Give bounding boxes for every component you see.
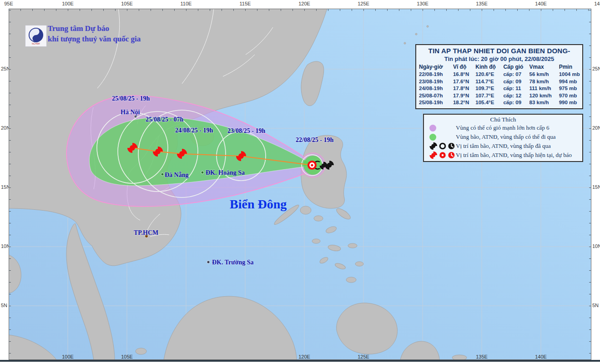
island (314, 216, 323, 221)
bulletin-cell: 107.7°E (475, 92, 503, 100)
sea-name-label: Biển Đông (230, 197, 287, 211)
left-tick-marks (9, 9, 11, 360)
legend-title: Chú Thích (426, 116, 580, 123)
bulletin-title: TIN AP THAP NHIET DOI GAN BIEN DONG- (418, 46, 580, 55)
bulletin-row: 25/08-07h17.9°N107.7°Ecấp: 12120 km/h970… (418, 92, 580, 100)
island (415, 33, 417, 35)
bulletin-cell: 17.8°N (453, 85, 475, 92)
bottom-rule (0, 360, 600, 362)
circle-icon-black (440, 143, 445, 149)
bulletin-cell: cấp: 12 (503, 92, 529, 100)
clock-icon-black (448, 143, 454, 149)
place-label: ĐK. Trường Sa (212, 259, 254, 266)
island (427, 25, 429, 27)
axis-label-bottom-125E: 125E (358, 354, 369, 359)
logo-caption: NCHMF (32, 42, 40, 45)
legend-label: Vùng có thể có gió mạnh lớn hơn cấp 6 (456, 124, 549, 131)
col-vmax: Vmax (529, 63, 559, 71)
bulletin-cell: 22/08-19h (418, 71, 453, 78)
bulletin-cell: 56 km/h (529, 71, 559, 78)
axis-label-bottom-140E: 140E (535, 354, 547, 359)
bulletin-cell: 994 mb (559, 78, 580, 86)
bulletin-cell: cấp: 09 (503, 99, 529, 106)
typhoon-icon-red (429, 152, 437, 159)
city-dot (201, 171, 204, 174)
island (346, 277, 356, 283)
island (312, 239, 320, 243)
city-dot (207, 261, 210, 263)
legend-item-current-position: Vị trí tâm bão, ATNĐ, vùng thấp hiện tại… (426, 151, 580, 160)
legend-item-past-position: Vị trí tâm bão, ATNĐ, vùng thấp đã qua (426, 142, 580, 151)
current-position-icons (429, 150, 456, 160)
track-date-label: 25/08/25 - 19h (112, 95, 150, 102)
bulletin-cell: 111 km/h (529, 85, 559, 92)
track-date-label: 24/08/25 - 19h (175, 127, 213, 134)
place-label: ĐK. Hoàng Sa (206, 169, 245, 176)
bulletin-cell: 120.6°E (475, 71, 503, 78)
bulletin-cell: 105.4°E (475, 99, 503, 106)
bulletin-cell: 109.7°E (475, 85, 503, 92)
bulletin-cell: 16.8°N (453, 71, 475, 78)
bulletin-cell: 120 km/h (529, 92, 559, 100)
col-pmin: Pmin (559, 63, 580, 71)
axis-label-bottom-120E: 120E (298, 354, 310, 359)
bulletin-issued-time: Tin phát lúc: 20 giờ 00 phút, 22/08/2025 (418, 55, 580, 63)
bulletin-cell: 17.9°N (453, 92, 475, 100)
place-label: TP.HCM (134, 229, 158, 236)
bulletin-cell: 990 mb (559, 99, 580, 106)
top-tick-marks (9, 9, 591, 11)
bulletin-panel: TIN AP THAP NHIET DOI GAN BIEN DONG- Tin… (415, 44, 583, 109)
bulletin-cell: 83 km/h (529, 99, 559, 106)
bulletin-cell: cấp: 11 (503, 85, 529, 92)
track-date-label: 25/08/25 - 07h (146, 116, 183, 123)
bulletin-cell: 24/08-19h (418, 85, 453, 92)
axis-label-bottom-105E: 105E (121, 354, 133, 359)
bulletin-cell: 23/08-19h (418, 78, 453, 86)
past-position-icons (429, 141, 456, 151)
legend-item-track-area: Vùng bão, ATNĐ, vùng thấp có thể đi qua (426, 132, 580, 142)
track-date-label: 23/08/25 - 19h (227, 127, 265, 134)
legend-item-wind-area: Vùng có thể có gió mạnh lớn hơn cấp 6 (426, 123, 580, 132)
clock-icon-red (448, 152, 454, 158)
bulletin-row: 24/08-19h17.8°N109.7°Ecấp: 11111 km/h975… (418, 85, 580, 92)
island (355, 262, 363, 266)
col-windlevel: Cấp gió (503, 63, 529, 71)
org-name-line2: khí tượng thuỷ văn quốc gia (48, 34, 141, 44)
col-datetime: Ngày-giờ (418, 63, 453, 71)
forecast-map-page: 95E100E105E110E115E120E125E130E135E140E1… (0, 0, 600, 364)
island-mindoro (300, 206, 311, 214)
axis-label-bottom-145E: 145E (594, 354, 600, 359)
nchmf-logo: NCHMF (25, 25, 47, 47)
bulletin-cell: cấp: 07 (503, 71, 529, 78)
legend-label: Vùng bão, ATNĐ, vùng thấp có thể đi qua (456, 133, 556, 141)
org-name: Trung tâm Dự báo khí tượng thuỷ văn quốc… (48, 23, 141, 44)
purple-area-icon (429, 125, 436, 131)
org-name-line1: Trung tâm Dự báo (48, 23, 141, 34)
bulletin-cell: 25/08-19h (418, 99, 453, 106)
bulletin-cell: 18.2°N (453, 99, 475, 106)
axis-label-bottom-100E: 100E (62, 354, 74, 359)
green-area-icon (429, 134, 436, 141)
bulletin-table-header: Ngày-giờ Vĩ độ Kinh độ Cấp gió Vmax Pmin (418, 63, 580, 71)
bulletin-cell: cấp: 09 (503, 78, 529, 86)
bulletin-row: 22/08-19h16.8°N120.6°Ecấp: 0756 km/h1004… (418, 71, 580, 78)
bulletin-cell: 25/08-07h (418, 92, 453, 100)
axis-label-bottom-135E: 135E (476, 354, 488, 359)
bulletin-cell: 1004 mb (559, 71, 580, 78)
bulletin-cell: 17.6°N (453, 78, 475, 86)
track-date-label: 22/08/25 - 19h (296, 136, 333, 143)
place-label: Đà Nẵng (165, 172, 189, 178)
island (404, 42, 406, 44)
bulletin-row: 23/08-19h17.6°N114.7°Ecấp: 0978 km/h994 … (418, 78, 580, 86)
nchmf-logo-emblem (27, 27, 45, 43)
legend-label: Vị trí tâm bão, ATNĐ, vùng thấp hiện tại… (456, 152, 572, 159)
island (136, 348, 146, 354)
bulletin-cell: 78 km/h (529, 78, 559, 86)
circle-icon-red (439, 152, 446, 158)
col-lat: Vĩ độ (453, 63, 475, 71)
island (348, 243, 357, 248)
bulletin-table-rows: 22/08-19h16.8°N120.6°Ecấp: 0756 km/h1004… (418, 71, 580, 106)
right-tick-marks (589, 9, 591, 360)
bulletin-cell: 114.7°E (475, 78, 503, 86)
place-label: Hà Nội (121, 109, 140, 116)
